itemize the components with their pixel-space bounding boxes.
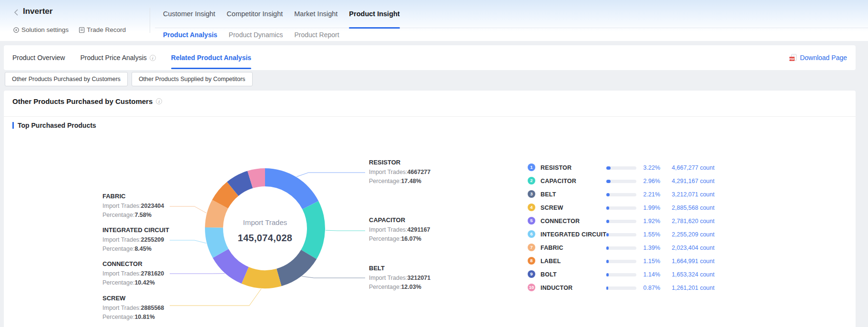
- rank-badge: 5: [528, 217, 535, 225]
- legend-product-name: LABEL: [541, 258, 561, 265]
- callout-line: [296, 173, 365, 177]
- legend-progress-bar: [606, 233, 636, 236]
- legend-product-name: CONNECTOR: [541, 218, 580, 225]
- legend-progress-bar: [606, 246, 636, 250]
- legend-percentage: 2.96%: [637, 178, 660, 184]
- tab-market-insight[interactable]: Market Insight: [294, 0, 337, 28]
- legend-percentage: 2.21%: [637, 191, 660, 198]
- solution-settings-label: Solution settings: [21, 26, 69, 33]
- subtab-product-dynamics[interactable]: Product Dynamics: [229, 31, 283, 39]
- pie-callout-belt: BELTImport Trades:3212071Percentage:12.0…: [369, 265, 457, 292]
- legend-progress-fill: [606, 206, 609, 210]
- legend-progress-bar: [606, 220, 636, 223]
- legend-progress-bar: [606, 273, 636, 276]
- subtab-product-report[interactable]: Product Report: [294, 31, 339, 39]
- toggle-purchased-by-customers[interactable]: Other Products Purchased by Customers: [5, 72, 128, 86]
- legend-progress-bar: [606, 260, 636, 263]
- pdf-icon: PDF: [789, 54, 797, 61]
- product-subtabs: Product Analysis Product Dynamics Produc…: [163, 28, 339, 41]
- solution-settings-button[interactable]: Solution settings: [13, 26, 69, 33]
- legend-progress-fill: [606, 193, 610, 196]
- legend-row-capacitor[interactable]: 2CAPACITOR2.96%4,291,167 count: [528, 174, 715, 188]
- legend-product-name: SCREW: [541, 204, 563, 211]
- callout-line: [302, 276, 365, 278]
- callout-import-trades: Import Trades:2781620: [102, 269, 191, 278]
- legend-count: 2,781,620 count: [664, 218, 715, 225]
- donut-center-label: Import Trades: [217, 218, 313, 226]
- callout-product-name: CONNECTOR: [102, 260, 191, 267]
- rank-badge: 7: [528, 244, 535, 251]
- callout-product-name: FABRIC: [102, 193, 191, 200]
- legend-progress-fill: [606, 166, 611, 170]
- pie-callout-resistor: RESISTORImport Trades:4667277Percentage:…: [369, 159, 457, 186]
- donut-center-value: 145,074,028: [217, 233, 313, 244]
- nav-tab-label: Product Overview: [12, 45, 65, 70]
- callout-product-name: CAPACITOR: [369, 216, 457, 224]
- pie-callout-integrated-circuit: INTEGRATED CIRCUITImport Trades:2255209P…: [102, 226, 191, 254]
- toggle-supplied-by-competitors[interactable]: Other Products Supplied by Competitors: [132, 72, 253, 86]
- page-title: Inverter: [23, 7, 52, 16]
- back-icon[interactable]: [13, 8, 20, 17]
- settings-icon: [13, 27, 20, 33]
- callout-product-name: BELT: [369, 265, 457, 272]
- callout-import-trades: Import Trades:4667277: [369, 168, 457, 177]
- legend-count: 2,023,404 count: [664, 245, 715, 251]
- legend-progress-bar: [606, 166, 636, 170]
- legend-count: 1,664,991 count: [664, 258, 715, 265]
- download-page-label: Download Page: [800, 54, 847, 61]
- legend-progress-fill: [606, 273, 609, 276]
- download-page-button[interactable]: PDF Download Page: [789, 54, 847, 61]
- legend-row-integrated-circuit[interactable]: 6INTEGRATED CIRCUIT1.55%2,255,209 count: [528, 228, 715, 241]
- rank-badge: 10: [528, 284, 535, 291]
- callout-percentage: Percentage:10.42%: [102, 278, 191, 287]
- rank-badge: 2: [528, 177, 535, 184]
- legend-row-fabric[interactable]: 7FABRIC1.39%2,023,404 count: [528, 241, 715, 255]
- legend-count: 3,212,071 count: [664, 191, 715, 198]
- legend-row-belt[interactable]: 3BELT2.21%3,212,071 count: [528, 188, 715, 201]
- rank-badge: 1: [528, 164, 535, 171]
- nav-tab-label: Related Product Analysis: [171, 45, 251, 70]
- donut-slice-resistor[interactable]: [265, 168, 318, 209]
- pie-callout-fabric: FABRICImport Trades:2023404Percentage:7.…: [102, 193, 191, 220]
- nav-tab-product-price-analysis[interactable]: Product Price Analysis i: [80, 45, 155, 70]
- callout-percentage: Percentage:12.03%: [369, 283, 457, 292]
- header-divider: [150, 8, 150, 33]
- info-icon[interactable]: i: [150, 55, 156, 61]
- legend-product-name: INTEGRATED CIRCUIT: [541, 231, 606, 238]
- tab-product-insight[interactable]: Product Insight: [349, 0, 399, 28]
- callout-product-name: RESISTOR: [369, 159, 457, 166]
- rank-badge: 6: [528, 230, 535, 238]
- trade-record-button[interactable]: Trade Record: [79, 26, 126, 33]
- app-screen: Inverter Solution settings Trade Record …: [0, 0, 868, 327]
- legend-progress-fill: [606, 246, 609, 250]
- legend-percentage: 1.99%: [637, 204, 660, 211]
- legend-percentage: 3.22%: [637, 164, 660, 171]
- legend-count: 4,291,167 count: [664, 178, 715, 184]
- nav-tab-product-overview[interactable]: Product Overview: [12, 45, 65, 70]
- subtab-product-analysis[interactable]: Product Analysis: [163, 31, 217, 39]
- analysis-card: Other Products Purchased by Customers i …: [4, 91, 856, 327]
- legend-row-screw[interactable]: 4SCREW1.99%2,885,568 count: [528, 201, 715, 215]
- nav-tab-related-product-analysis[interactable]: Related Product Analysis: [171, 45, 251, 70]
- legend-row-label[interactable]: 8LABEL1.15%1,664,991 count: [528, 255, 715, 268]
- legend-row-bolt[interactable]: 9BOLT1.14%1,653,324 count: [528, 268, 715, 281]
- legend-progress-fill: [606, 260, 609, 263]
- legend-row-resistor[interactable]: 1RESISTOR3.22%4,667,277 count: [528, 161, 715, 174]
- callout-line: [326, 230, 365, 231]
- view-toggle-group: Other Products Purchased by Customers Ot…: [5, 72, 253, 86]
- nav-tab-label: Product Price Analysis: [80, 45, 146, 70]
- legend-progress-bar: [606, 193, 636, 196]
- callout-import-trades: Import Trades:2023404: [102, 202, 191, 211]
- callout-import-trades: Import Trades:2885568: [102, 304, 191, 313]
- legend-row-inductor[interactable]: 10INDUCTOR0.87%1,261,201 count: [528, 281, 715, 295]
- legend-product-name: CAPACITOR: [541, 178, 576, 184]
- tab-customer-insight[interactable]: Customer Insight: [163, 0, 215, 28]
- trade-record-label: Trade Record: [87, 26, 126, 33]
- legend-progress-fill: [606, 233, 609, 236]
- tab-competitor-insight[interactable]: Competitor Insight: [227, 0, 283, 28]
- donut-slice-screw[interactable]: [242, 267, 282, 288]
- legend-row-connector[interactable]: 5CONNECTOR1.92%2,781,620 count: [528, 215, 715, 228]
- product-legend-list: 1RESISTOR3.22%4,667,277 count2CAPACITOR2…: [528, 161, 715, 295]
- rank-badge: 3: [528, 190, 535, 198]
- legend-count: 1,261,201 count: [664, 285, 715, 291]
